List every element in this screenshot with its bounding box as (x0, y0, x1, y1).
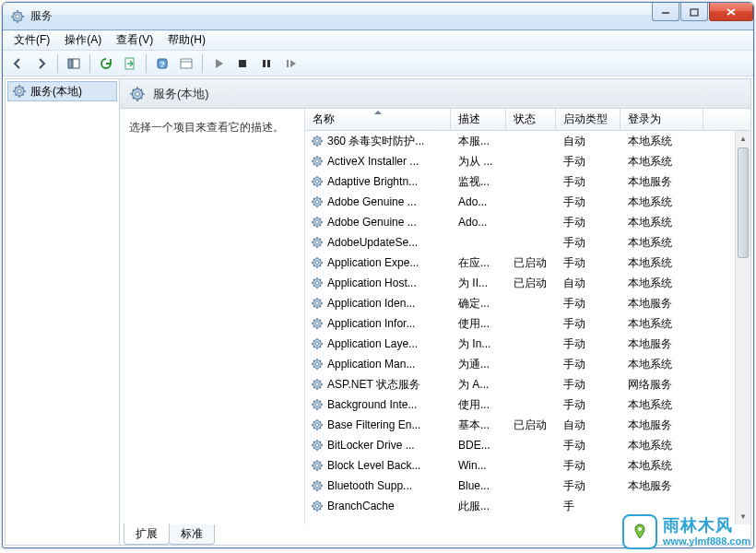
service-status: 已启动 (506, 255, 556, 271)
service-name-cell: Background Inte... (305, 398, 451, 411)
service-name: ActiveX Installer ... (327, 155, 451, 168)
service-name: Base Filtering En... (327, 418, 451, 431)
service-row[interactable]: Application Man...为通...手动本地系统 (305, 354, 750, 374)
svg-rect-14 (287, 60, 289, 67)
column-logon[interactable]: 登录为 (620, 109, 703, 130)
minimize-button[interactable] (652, 3, 679, 21)
gear-icon (311, 135, 324, 147)
column-status[interactable]: 状态 (506, 109, 556, 130)
service-row[interactable]: Application Laye...为 In...手动本地服务 (305, 334, 750, 354)
service-row[interactable]: Block Level Back...Win...手动本地系统 (305, 455, 750, 476)
service-row[interactable]: BranchCache此服...手 (305, 496, 750, 516)
tab-extended[interactable]: 扩展 (124, 524, 170, 545)
vertical-scrollbar[interactable]: ▲ ▼ (735, 131, 750, 524)
service-logon: 本地系统 (620, 255, 703, 271)
column-description[interactable]: 描述 (451, 109, 506, 130)
refresh-button[interactable] (95, 53, 117, 74)
gear-icon (311, 155, 324, 168)
gear-icon (311, 500, 324, 512)
tree-root-item[interactable]: 服务(本地) (7, 81, 117, 101)
column-startup[interactable]: 启动类型 (556, 109, 620, 130)
toolbar: ? (3, 51, 753, 76)
service-logon: 本地系统 (620, 235, 703, 251)
properties-button[interactable] (175, 53, 197, 74)
tab-standard[interactable]: 标准 (169, 524, 215, 545)
service-row[interactable]: Adobe Genuine ...Ado...手动本地系统 (305, 212, 750, 232)
app-icon (10, 9, 25, 24)
restart-service-button[interactable] (279, 53, 301, 74)
show-hide-tree-button[interactable] (63, 53, 85, 74)
service-desc: 监视... (451, 174, 506, 190)
service-status: 已启动 (506, 418, 556, 433)
gear-icon (311, 317, 324, 330)
gear-icon (129, 86, 146, 102)
service-row[interactable]: 360 杀毒实时防护...本服...自动本地系统 (305, 131, 750, 151)
service-logon: 网络服务 (620, 377, 703, 393)
service-name-cell: Adaptive Brightn... (305, 175, 451, 188)
forward-button[interactable] (30, 53, 53, 74)
service-startup: 手动 (556, 316, 620, 332)
service-name: Application Man... (327, 358, 451, 371)
service-row[interactable]: Application Expe...在应...已启动手动本地系统 (305, 253, 750, 273)
service-row[interactable]: BitLocker Drive ...BDE...手动本地系统 (305, 435, 750, 455)
gear-icon (311, 398, 324, 411)
service-name: AdobeUpdateSe... (327, 236, 451, 249)
help-button[interactable]: ? (151, 53, 173, 74)
service-row[interactable]: Base Filtering En...基本...已启动自动本地服务 (305, 415, 750, 435)
service-row[interactable]: Bluetooth Supp...Blue...手动本地服务 (305, 476, 750, 496)
service-logon: 本地服务 (620, 296, 703, 312)
service-name-cell: 360 杀毒实时防护... (305, 134, 451, 149)
back-button[interactable] (6, 53, 29, 74)
service-startup: 自动 (556, 276, 620, 291)
service-desc: 为 In... (451, 336, 506, 352)
gear-icon (311, 195, 324, 208)
service-row[interactable]: Background Inte...使用...手动本地系统 (305, 394, 750, 415)
titlebar[interactable]: 服务 (3, 3, 753, 30)
service-logon: 本地服务 (620, 174, 703, 190)
menu-view[interactable]: 查看(V) (109, 30, 160, 50)
column-name[interactable]: 名称 (305, 109, 451, 130)
service-row[interactable]: AdobeUpdateSe...手动本地系统 (305, 232, 750, 253)
stop-service-button[interactable] (231, 53, 254, 74)
scrollbar-thumb[interactable] (738, 147, 749, 258)
service-startup: 手动 (556, 357, 620, 372)
svg-rect-13 (267, 60, 270, 67)
gear-icon (311, 459, 324, 472)
menu-help[interactable]: 帮助(H) (160, 30, 213, 50)
menu-file[interactable]: 文件(F) (6, 30, 57, 50)
export-button[interactable] (119, 53, 141, 74)
start-service-button[interactable] (207, 53, 230, 74)
close-button[interactable] (709, 3, 753, 21)
service-row[interactable]: Adaptive Brightn...监视...手动本地服务 (305, 171, 750, 192)
pause-service-button[interactable] (255, 53, 278, 74)
service-name: 360 杀毒实时防护... (327, 134, 451, 149)
service-desc: 为 II... (451, 276, 506, 291)
service-name: Application Iden... (327, 297, 451, 310)
service-row[interactable]: ActiveX Installer ...为从 ...手动本地系统 (305, 151, 750, 171)
service-startup: 手动 (556, 478, 620, 494)
scroll-down-icon[interactable]: ▼ (736, 509, 750, 524)
service-name: Application Laye... (327, 337, 451, 350)
svg-rect-5 (73, 59, 79, 68)
service-desc: 为从 ... (451, 154, 506, 170)
description-pane: 选择一个项目来查看它的描述。 (120, 109, 304, 524)
gear-icon (311, 439, 324, 452)
column-headers: 名称 描述 状态 启动类型 登录为 (305, 109, 750, 131)
menu-action[interactable]: 操作(A) (57, 30, 109, 50)
service-row[interactable]: Application Iden...确定...手动本地服务 (305, 293, 750, 313)
service-row[interactable]: Application Infor...使用...手动本地系统 (305, 313, 750, 334)
service-desc: 使用... (451, 397, 506, 413)
service-desc: 基本... (451, 418, 506, 433)
service-logon: 本地系统 (620, 316, 703, 332)
scroll-up-icon[interactable]: ▲ (736, 131, 750, 147)
service-row[interactable]: Application Host...为 II...已启动自动本地系统 (305, 273, 750, 293)
service-logon: 本地系统 (620, 134, 703, 149)
services-window: 服务 文件(F) 操作(A) 查看(V) 帮助(H) ? (2, 2, 754, 548)
toolbar-separator (57, 54, 58, 73)
service-row[interactable]: Adobe Genuine ...Ado...手动本地系统 (305, 192, 750, 212)
service-logon: 本地服务 (620, 478, 703, 494)
toolbar-separator (146, 54, 147, 73)
maximize-button[interactable] (680, 3, 708, 21)
main-header-title: 服务(本地) (153, 86, 209, 102)
service-row[interactable]: ASP.NET 状态服务为 A...手动网络服务 (305, 374, 750, 394)
